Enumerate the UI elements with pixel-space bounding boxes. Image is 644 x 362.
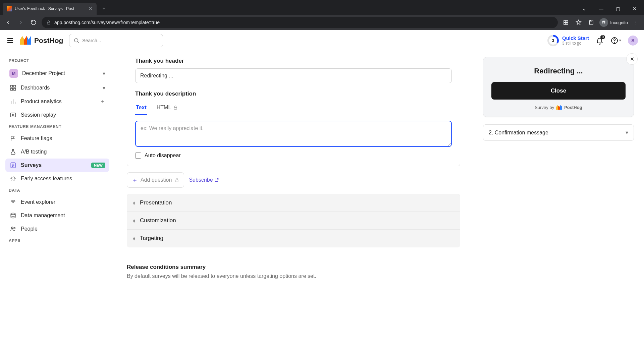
accordion-label: Targeting xyxy=(140,235,163,242)
svg-rect-1 xyxy=(564,20,566,22)
incognito-indicator[interactable]: Incognito xyxy=(599,18,628,27)
sidebar-item-session-replay[interactable]: Session replay xyxy=(5,108,109,122)
auto-disappear-checkbox[interactable]: Auto disappear xyxy=(135,153,452,159)
browser-address-bar: app.posthog.com/surveys/new#fromTemplate… xyxy=(0,15,644,30)
sidebar-item-data-management[interactable]: Data management xyxy=(5,209,109,222)
sidebar-item-label: Session replay xyxy=(21,112,56,118)
posthog-logo[interactable]: PostHog xyxy=(20,36,63,45)
sidebar-heading-feature: FEATURE MANAGEMENT xyxy=(5,122,109,132)
sparkle-icon xyxy=(9,175,17,182)
preview-close-action-button[interactable]: Close xyxy=(491,82,626,100)
notifications-button[interactable]: 0 xyxy=(596,37,604,45)
chevron-down-icon[interactable]: ⌄ xyxy=(577,4,592,13)
release-conditions-desc: By default surveys will be released to e… xyxy=(127,273,460,279)
quick-start-button[interactable]: 3 Quick Start 3 still to go xyxy=(547,35,589,46)
svg-rect-23 xyxy=(175,180,178,182)
thank-you-header-input[interactable] xyxy=(135,68,452,83)
preview-step-selector[interactable]: 2. Confirmation message ▾ xyxy=(483,124,634,141)
plus-icon[interactable]: ＋ xyxy=(100,98,105,105)
search-icon xyxy=(73,38,79,44)
tab-text[interactable]: Text xyxy=(135,101,147,115)
window-controls: ⌄ ― ▢ ✕ xyxy=(577,4,644,15)
survey-preview-card: ✕ Redirecting ... Close Survey by PostHo… xyxy=(483,57,634,117)
close-icon: ✕ xyxy=(630,56,634,62)
sidebar-item-label: People xyxy=(21,226,38,232)
tab-favicon xyxy=(7,6,12,11)
bookmark-icon[interactable] xyxy=(574,18,583,27)
close-tab-icon[interactable]: ✕ xyxy=(89,6,93,11)
sidebar-item-label: Surveys xyxy=(21,162,42,168)
survey-by-text: Survey by xyxy=(535,105,554,110)
subscribe-link[interactable]: Subscribe xyxy=(189,177,219,183)
kebab-menu-icon[interactable]: ⋮ xyxy=(631,18,641,27)
auto-disappear-input[interactable] xyxy=(135,153,141,159)
minimize-icon[interactable]: ― xyxy=(594,4,608,13)
thank-you-desc-input[interactable] xyxy=(135,121,452,147)
sidebar-item-dashboards[interactable]: Dashboards ▾ xyxy=(5,81,109,95)
logo-mark-icon xyxy=(20,36,31,45)
preview-close-label: Close xyxy=(551,87,566,94)
sidebar-project-selector[interactable]: M December Project ▾ xyxy=(5,66,109,81)
lock-icon xyxy=(173,105,178,110)
external-link-icon xyxy=(214,178,219,182)
new-tab-button[interactable]: ＋ xyxy=(99,4,109,13)
browser-tab[interactable]: User's Feedback · Surveys · Post ✕ xyxy=(3,3,97,15)
url-text: app.posthog.com/surveys/new#fromTemplate… xyxy=(54,20,160,25)
preview-panel: ✕ Redirecting ... Close Survey by PostHo… xyxy=(473,51,644,362)
sidebar-item-product-analytics[interactable]: Product analytics ＋ xyxy=(5,95,109,108)
project-name: December Project xyxy=(22,70,65,76)
svg-point-11 xyxy=(614,42,614,42)
sidebar: PROJECT M December Project ▾ Dashboards … xyxy=(0,51,114,362)
back-icon[interactable] xyxy=(3,18,13,27)
preview-title: Redirecting ... xyxy=(491,67,626,75)
install-icon[interactable] xyxy=(587,18,596,27)
svg-rect-0 xyxy=(47,22,50,24)
subscribe-label: Subscribe xyxy=(189,177,213,183)
svg-rect-14 xyxy=(11,88,13,90)
search-input[interactable]: Search... xyxy=(69,34,163,47)
step-select-label: 2. Confirmation message xyxy=(489,130,548,136)
avatar-letter: S xyxy=(631,38,634,43)
sidebar-item-early-access[interactable]: Early access features xyxy=(5,172,109,185)
svg-point-7 xyxy=(602,22,604,23)
tab-title: User's Feedback · Surveys · Post xyxy=(15,6,74,11)
preview-close-button[interactable]: ✕ xyxy=(626,53,638,65)
close-window-icon[interactable]: ✕ xyxy=(627,4,642,13)
sidebar-item-surveys[interactable]: Surveys NEW xyxy=(5,159,109,172)
new-badge: NEW xyxy=(91,163,105,168)
sidebar-item-event-explorer[interactable]: Event explorer xyxy=(5,195,109,209)
accordion-customization[interactable]: ▴▾ Customization xyxy=(127,212,460,230)
database-icon xyxy=(9,212,17,219)
accordion-targeting[interactable]: ▴▾ Targeting xyxy=(127,230,460,247)
chevron-down-icon: ▾ xyxy=(626,129,628,136)
svg-rect-2 xyxy=(566,20,568,22)
extensions-icon[interactable] xyxy=(561,18,571,27)
add-question-button[interactable]: ＋ Add question xyxy=(127,172,184,188)
help-button[interactable]: ▾ xyxy=(610,37,621,45)
incognito-label: Incognito xyxy=(610,20,628,25)
logo-text: PostHog xyxy=(34,37,63,45)
divider xyxy=(127,257,460,257)
settings-accordion: ▴▾ Presentation ▴▾ Customization ▴▾ Targ… xyxy=(127,194,460,247)
sidebar-item-ab-testing[interactable]: A/B testing xyxy=(5,145,109,159)
progress-count: 3 xyxy=(549,37,557,45)
plus-icon: ＋ xyxy=(132,176,138,184)
reload-icon[interactable] xyxy=(29,18,38,27)
sidebar-item-feature-flags[interactable]: Feature flags xyxy=(5,132,109,145)
svg-point-18 xyxy=(13,202,14,203)
svg-point-21 xyxy=(14,227,15,229)
maximize-icon[interactable]: ▢ xyxy=(610,4,625,13)
sidebar-item-label: Early access features xyxy=(21,176,72,182)
tab-html[interactable]: HTML xyxy=(156,101,179,115)
svg-rect-15 xyxy=(14,88,16,90)
forward-icon[interactable] xyxy=(16,18,25,27)
address-input[interactable]: app.posthog.com/surveys/new#fromTemplate… xyxy=(42,17,558,28)
sidebar-item-people[interactable]: People xyxy=(5,222,109,236)
svg-rect-4 xyxy=(566,23,568,24)
thank-you-card: Thank you header Thank you description T… xyxy=(127,51,460,166)
add-question-label: Add question xyxy=(141,177,172,183)
accordion-presentation[interactable]: ▴▾ Presentation xyxy=(127,194,460,212)
menu-toggle-icon[interactable] xyxy=(6,37,14,45)
user-avatar[interactable]: S xyxy=(628,36,638,46)
incognito-icon xyxy=(599,18,608,27)
